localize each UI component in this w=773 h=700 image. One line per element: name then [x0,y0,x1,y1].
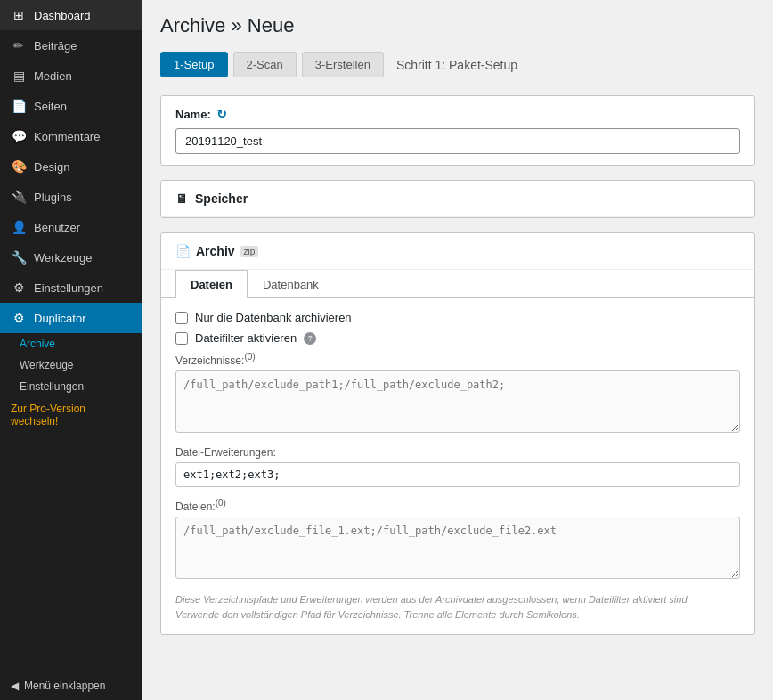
sidebar-item-plugins[interactable]: 🔌 Plugins [0,182,142,212]
sidebar-item-label: Duplicator [34,312,86,325]
speicher-icon: 🖥 [175,191,188,206]
sidebar-item-label: Einstellungen [34,281,103,295]
checkbox-nur-datenbank-row: Nur die Datenbank archivieren [175,311,740,324]
verzeichnisse-field: Verzeichnisse:(0) [175,352,740,435]
dateien-field: Dateien:(0) [175,498,740,582]
sidebar-item-label: Plugins [34,191,72,204]
sidebar-item-werkzeuge[interactable]: 🔧 Werkzeuge [0,242,142,273]
sidebar-item-label: Kommentare [34,130,100,143]
speicher-title: Speicher [195,191,248,206]
archiv-notes: Diese Verzeichnispfade und Erweiterungen… [175,592,740,622]
kommentare-icon: 💬 [11,129,27,143]
sidebar-item-label: Medien [34,69,72,83]
name-label: Name: ↻ [175,107,740,121]
medien-icon: ▤ [11,69,27,83]
design-icon: 🎨 [11,159,27,174]
dashboard-icon: ⊞ [11,8,27,22]
sidebar: ⊞ Dashboard ✏ Beiträge ▤ Medien 📄 Seiten… [0,0,142,700]
plugins-icon: 🔌 [11,190,27,204]
speicher-header: 🖥 Speicher [161,181,754,217]
speicher-section: 🖥 Speicher [160,180,755,218]
sidebar-item-beitraege[interactable]: ✏ Beiträge [0,30,142,61]
checkbox-dateifilter-row: Dateifilter aktivieren ? [175,331,740,345]
sidebar-item-label: Benutzer [34,221,80,234]
page-title: Archive » Neue [160,14,755,37]
main-content: Archive » Neue 1-Setup 2-Scan 3-Erstelle… [142,0,773,700]
step-3-button[interactable]: 3-Erstellen [302,52,384,77]
sidebar-item-label: Werkzeuge [34,251,93,265]
werkzeuge-icon: 🔧 [11,250,27,265]
tab-dateien[interactable]: Dateien [175,270,248,298]
sidebar-item-label: Seiten [34,100,67,113]
beitraege-icon: ✏ [11,38,27,53]
erweiterungen-field: Datei-Erweiterungen: [175,446,740,487]
step-1-button[interactable]: 1-Setup [160,52,228,77]
note-line-2: Verwende den vollständigen Pfad für Verz… [175,607,740,623]
duplicator-icon: ⚙ [11,311,27,325]
sidebar-item-label: Beiträge [34,39,77,53]
archiv-title: Archiv [196,244,235,258]
erweiterungen-input[interactable] [175,462,740,487]
sidebar-item-duplicator[interactable]: ⚙ Duplicator [0,303,142,333]
sidebar-item-kommentare[interactable]: 💬 Kommentare [0,121,142,151]
refresh-icon[interactable]: ↻ [216,107,227,121]
sidebar-sub-einstellungen[interactable]: Einstellungen [0,376,142,397]
collapse-label: Menü einklappen [24,680,105,692]
collapse-icon: ◀ [11,680,19,692]
dateien-label: Dateien:(0) [175,498,740,513]
zip-badge: zip [240,246,259,257]
dateien-textarea[interactable] [175,517,740,579]
sidebar-item-benutzer[interactable]: 👤 Benutzer [0,212,142,242]
steps-bar: 1-Setup 2-Scan 3-Erstellen Schritt 1: Pa… [160,52,755,77]
benutzer-icon: 👤 [11,220,27,234]
sidebar-sub-archive[interactable]: Archive [0,333,142,354]
sidebar-sub-werkzeuge[interactable]: Werkzeuge [0,354,142,376]
dateifilter-checkbox[interactable] [175,332,188,345]
verzeichnisse-textarea[interactable] [175,370,740,433]
einstellungen-icon: ⚙ [11,281,27,295]
step-2-button[interactable]: 2-Scan [233,52,297,77]
sidebar-item-medien[interactable]: ▤ Medien [0,61,142,91]
archiv-tabs: Dateien Datenbank [161,270,754,298]
verzeichnisse-label: Verzeichnisse:(0) [175,352,740,367]
collapse-menu-button[interactable]: ◀ Menü einklappen [0,672,142,700]
archiv-section: 📄 Archiv zip Dateien Datenbank Nur die D… [160,232,755,635]
sidebar-item-design[interactable]: 🎨 Design [0,151,142,182]
tab-datenbank[interactable]: Datenbank [248,270,334,298]
dateifilter-help-icon[interactable]: ? [304,332,316,345]
name-section: Name: ↻ [160,95,755,166]
sidebar-item-seiten[interactable]: 📄 Seiten [0,91,142,121]
sidebar-item-label: Dashboard [34,9,91,22]
name-input[interactable] [175,128,740,154]
archiv-body: Nur die Datenbank archivieren Dateifilte… [161,298,754,634]
sidebar-item-einstellungen[interactable]: ⚙ Einstellungen [0,273,142,303]
pro-version-link[interactable]: Zur Pro-Version wechseln! [0,397,142,433]
step-description: Schritt 1: Paket-Setup [396,58,517,72]
note-line-1: Diese Verzeichnispfade und Erweiterungen… [175,592,740,607]
dateifilter-label: Dateifilter aktivieren [195,331,297,345]
archiv-header: 📄 Archiv zip [161,233,754,270]
erweiterungen-label: Datei-Erweiterungen: [175,446,740,459]
seiten-icon: 📄 [11,99,27,113]
nur-datenbank-checkbox[interactable] [175,312,188,324]
sidebar-item-dashboard[interactable]: ⊞ Dashboard [0,0,142,30]
archiv-file-icon: 📄 [175,244,191,258]
nur-datenbank-label: Nur die Datenbank archivieren [195,311,352,324]
sidebar-item-label: Design [34,160,69,174]
